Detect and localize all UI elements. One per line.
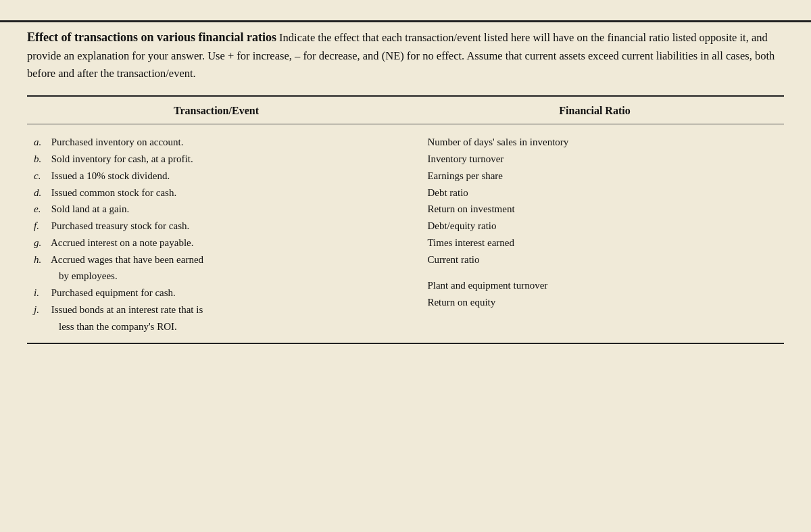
header-section: Effect of transactions on various financ… bbox=[27, 28, 784, 82]
ratio-item: Inventory turnover bbox=[427, 151, 784, 168]
table-section: Transaction/Event Financial Ratio a. Pur… bbox=[27, 95, 784, 344]
header-title: Effect of transactions on various financ… bbox=[27, 30, 276, 44]
item-label-b: b. bbox=[34, 151, 49, 168]
ratio-item: Return on equity bbox=[427, 294, 784, 311]
item-label-e: e. bbox=[34, 201, 49, 218]
item-text-i: Purchased equipment for cash. bbox=[49, 285, 176, 301]
left-column: a. Purchased inventory on account. b. So… bbox=[27, 134, 391, 335]
col-header-transaction: Transaction/Event bbox=[27, 105, 406, 117]
col-header-ratio: Financial Ratio bbox=[406, 105, 784, 117]
table-body: a. Purchased inventory on account. b. So… bbox=[27, 131, 784, 337]
top-border bbox=[0, 20, 811, 22]
list-item: h. Accrued wages that have been earned b… bbox=[34, 251, 391, 285]
ratio-item: Plant and equipment turnover bbox=[427, 277, 784, 294]
list-item: g. Accrued interest on a note payable. bbox=[34, 235, 391, 251]
list-item: a. Purchased inventory on account. bbox=[34, 134, 391, 151]
content-wrapper: Effect of transactions on various financ… bbox=[0, 0, 811, 358]
ratio-item: Number of days' sales in inventory bbox=[427, 134, 784, 151]
item-text-f: Purchased treasury stock for cash. bbox=[49, 218, 189, 235]
ratio-item: Times interest earned bbox=[427, 235, 784, 251]
ratio-item: Earnings per share bbox=[427, 168, 784, 185]
item-label-g: g. bbox=[34, 235, 49, 251]
item-text-b: Sold inventory for cash, at a profit. bbox=[49, 151, 193, 168]
item-text-g: Accrued interest on a note payable. bbox=[49, 235, 194, 251]
item-text-h: Accrued wages that have been earned by e… bbox=[49, 251, 203, 285]
list-item: i. Purchased equipment for cash. bbox=[34, 285, 391, 301]
item-label-i: i. bbox=[34, 285, 49, 301]
item-label-j: j. bbox=[34, 301, 49, 318]
item-label-f: f. bbox=[34, 218, 49, 235]
ratio-item: Debt/equity ratio bbox=[427, 218, 784, 235]
ratio-item: Debt ratio bbox=[427, 185, 784, 201]
item-label-d: d. bbox=[34, 185, 49, 201]
item-text-a: Purchased inventory on account. bbox=[49, 134, 184, 151]
item-text-c: Issued a 10% stock dividend. bbox=[49, 168, 170, 185]
list-item: c. Issued a 10% stock dividend. bbox=[34, 168, 391, 185]
item-label-a: a. bbox=[34, 134, 49, 151]
page-container: Effect of transactions on various financ… bbox=[0, 0, 811, 532]
list-item: b. Sold inventory for cash, at a profit. bbox=[34, 151, 391, 168]
item-label-c: c. bbox=[34, 168, 49, 185]
right-column: Number of days' sales in inventory Inven… bbox=[420, 134, 784, 335]
ratio-item: Current ratio bbox=[427, 251, 784, 268]
ratio-item: Return on investment bbox=[427, 201, 784, 218]
table-header-row: Transaction/Event Financial Ratio bbox=[27, 102, 784, 124]
item-text-e: Sold land at a gain. bbox=[49, 201, 129, 218]
item-text-j: Issued bonds at an interest rate that is… bbox=[49, 301, 203, 335]
list-item: j. Issued bonds at an interest rate that… bbox=[34, 301, 391, 335]
item-label-h: h. bbox=[34, 251, 49, 268]
list-item: e. Sold land at a gain. bbox=[34, 201, 391, 218]
list-item: f. Purchased treasury stock for cash. bbox=[34, 218, 391, 235]
list-item: d. Issued common stock for cash. bbox=[34, 185, 391, 201]
item-text-d: Issued common stock for cash. bbox=[49, 185, 176, 201]
